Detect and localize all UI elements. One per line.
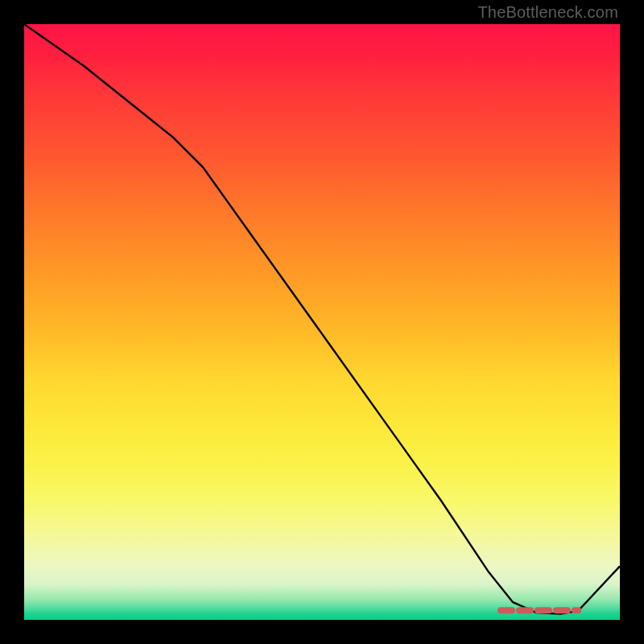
bottleneck-curve <box>24 24 620 614</box>
chart-frame: TheBottleneck.com <box>0 0 644 644</box>
curve-svg <box>24 24 620 620</box>
attribution-text: TheBottleneck.com <box>477 3 618 22</box>
plot-area <box>24 24 620 620</box>
